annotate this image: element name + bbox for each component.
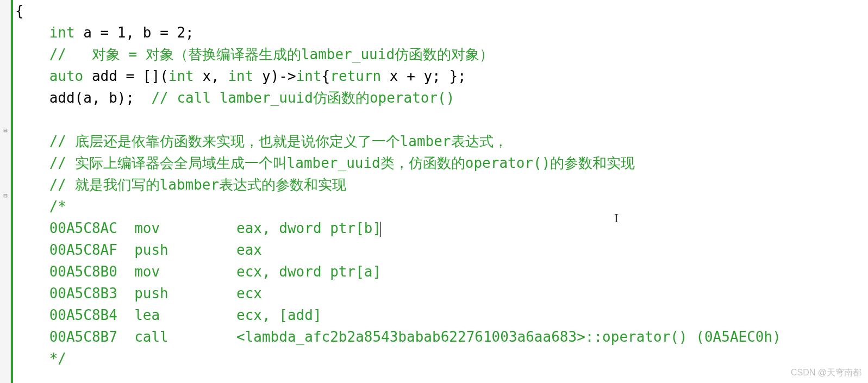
change-indicator-bar — [11, 0, 13, 383]
asm-line: 00A5C8AF push eax — [49, 242, 262, 258]
code-text: a = 1, b = 2; — [75, 24, 194, 41]
code-text: y)-> — [253, 68, 296, 84]
comment-line: // 底层还是依靠仿函数来实现，也就是说你定义了一个lamber表达式， — [49, 133, 508, 149]
asm-line: 00A5C8B7 call <lambda_afc2b2a8543babab62… — [49, 329, 781, 345]
code-text: add(a, b); — [49, 90, 152, 106]
asm-line: 00A5C8B0 mov ecx, dword ptr[a] — [49, 263, 381, 280]
asm-line: 00A5C8B4 lea ecx, [add] — [49, 307, 322, 323]
keyword-auto: auto — [49, 68, 84, 84]
keyword-return: return — [330, 68, 381, 84]
text-caret — [380, 222, 381, 237]
comment-line: // 就是我们写的labmber表达式的参数和实现 — [49, 177, 347, 193]
code-text: add = []( — [83, 68, 168, 84]
comment-block-end: */ — [49, 350, 66, 367]
fold-marker-icon[interactable]: ⊟ — [2, 128, 9, 134]
code-text: x, — [194, 68, 228, 84]
code-text: x + y; }; — [381, 68, 466, 84]
comment-line: // 对象 = 对象（替换编译器生成的lamber_uuid仿函数的对象） — [49, 46, 494, 62]
editor-gutter: ⊟ ⊟ — [0, 0, 11, 383]
code-text: { — [322, 68, 330, 84]
keyword-int: int — [296, 68, 322, 84]
code-editor[interactable]: { int a = 1, b = 2; // 对象 = 对象（替换编译器生成的l… — [15, 0, 781, 369]
brace-open: { — [15, 3, 24, 19]
mouse-cursor-ibeam-icon: I — [614, 211, 619, 225]
watermark-text: CSDN @天穹南都 — [791, 367, 861, 379]
comment-block-start: /* — [49, 198, 66, 215]
comment-line: // call lamber_uuid仿函数的operator() — [151, 90, 454, 106]
fold-marker-icon[interactable]: ⊟ — [2, 193, 9, 199]
asm-line: 00A5C8AC mov eax, dword ptr[b] — [49, 220, 381, 236]
keyword-int: int — [228, 68, 253, 84]
keyword-int: int — [49, 24, 75, 41]
asm-line: 00A5C8B3 push ecx — [49, 285, 262, 302]
keyword-int: int — [168, 68, 194, 84]
comment-line: // 实际上编译器会全局域生成一个叫lamber_uuid类，仿函数的opera… — [49, 155, 635, 171]
